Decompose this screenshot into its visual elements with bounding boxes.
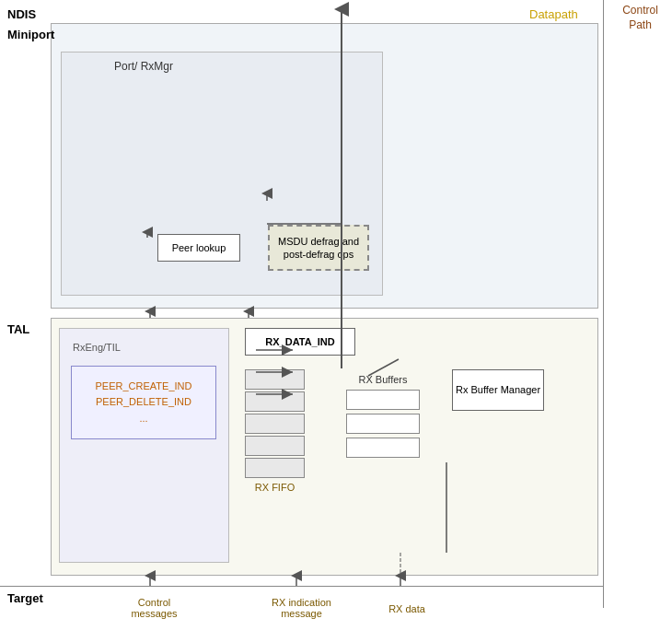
miniport-label: Miniport	[7, 28, 54, 41]
target-label: Target	[7, 591, 43, 605]
rx-fifo-container: RX FIFO	[245, 369, 305, 493]
rx-fifo-row-4	[245, 436, 305, 456]
rx-buffer-row-3	[346, 438, 420, 458]
control-path-divider	[603, 0, 604, 608]
rx-fifo-row-3	[245, 414, 305, 434]
rx-fifo-row-2	[245, 391, 305, 412]
ndis-label: NDIS	[7, 7, 36, 21]
rxeng-til-area: RxEng/TIL PEER_CREATE_IND PEER_DELETE_IN…	[59, 328, 229, 563]
rx-buffer-row-1	[346, 390, 420, 410]
diagram-container: NDIS Datapath Control Path Port/ RxMgr P…	[0, 0, 672, 642]
rx-data-label: RX data	[379, 603, 434, 614]
rx-buffer-row-2	[346, 414, 420, 434]
port-rxmgr-label: Port/ RxMgr	[114, 59, 173, 75]
tal-section: RxEng/TIL PEER_CREATE_IND PEER_DELETE_IN…	[51, 318, 598, 576]
tal-label: TAL	[7, 322, 29, 336]
rx-data-ind-box: RX_DATA_IND	[245, 328, 355, 356]
peer-create-label: PEER_CREATE_IND	[96, 379, 192, 395]
peer-create-box: PEER_CREATE_IND PEER_DELETE_IND ...	[71, 366, 216, 439]
control-path-label: Control Path	[615, 4, 666, 32]
msdu-defrag-box: MSDU defrag and post-defrag ops	[268, 225, 369, 271]
rx-fifo-row-1	[245, 369, 305, 390]
datapath-label: Datapath	[529, 7, 578, 21]
rx-buffers-container: RX Buffers	[346, 374, 420, 461]
peer-delete-label: PEER_DELETE_IND	[96, 394, 191, 411]
rx-indication-label: RX indication message	[262, 597, 341, 619]
rxeng-til-label: RxEng/TIL	[73, 342, 121, 353]
peer-ellipsis-label: ...	[139, 411, 147, 427]
rx-fifo-label: RX FIFO	[245, 482, 305, 493]
target-line	[0, 586, 603, 587]
rx-buffer-manager-box: Rx Buffer Manager	[452, 369, 544, 411]
rx-buffers-label: RX Buffers	[346, 374, 420, 385]
control-messages-label: Control messages	[120, 597, 189, 619]
miniport-section: Port/ RxMgr Peer lookup MSDU defrag and …	[51, 23, 598, 309]
rx-fifo-row-5	[245, 458, 305, 478]
peer-lookup-box: Peer lookup	[157, 234, 240, 262]
